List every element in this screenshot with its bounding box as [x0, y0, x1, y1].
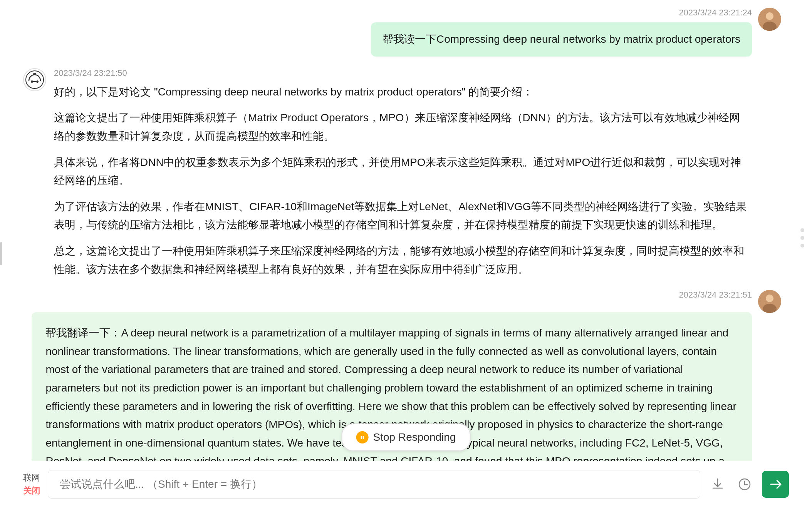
ai-bubble-1: 好的，以下是对论文 "Compressing deep neural netwo… — [54, 83, 747, 278]
input-field-wrapper[interactable] — [48, 470, 700, 499]
timestamp-user1: 2023/3/24 23:21:24 — [679, 8, 752, 18]
ai-para-1-3: 为了评估该方法的效果，作者在MNIST、CIFAR-10和ImageNet等数据… — [54, 197, 747, 234]
user-avatar-2 — [758, 290, 781, 313]
svg-rect-16 — [363, 436, 364, 439]
ai-para-1-2: 具体来说，作者将DNN中的权重参数表示为多个矩阵乘积的形式，并使用MPO来表示这… — [54, 153, 747, 190]
stop-responding-button[interactable]: Stop Responding — [342, 423, 471, 451]
scroll-dot — [800, 236, 804, 240]
scroll-dot — [800, 228, 804, 232]
scroll-dot — [800, 244, 804, 248]
scroll-indicator — [800, 228, 804, 248]
user-bubble-1: 帮我读一下Compressing deep neural networks by… — [371, 22, 752, 57]
timestamp-user2: 2023/3/24 23:21:51 — [679, 290, 752, 300]
ai-para-1-0: 好的，以下是对论文 "Compressing deep neural netwo… — [54, 83, 747, 101]
input-area: 联网 关闭 — [0, 461, 812, 507]
stop-button-area: Stop Responding — [342, 423, 471, 451]
stop-icon — [356, 431, 369, 443]
svg-point-1 — [766, 12, 773, 20]
ai-para-1-4: 总之，这篇论文提出了一种使用矩阵乘积算子来压缩深度神经网络的方法，能够有效地减小… — [54, 242, 747, 278]
download-icon[interactable] — [708, 475, 727, 494]
internet-status: 关闭 — [23, 485, 40, 497]
ai-message-content-1: 2023/3/24 23:21:50 好的，以下是对论文 "Compressin… — [54, 68, 747, 278]
svg-point-8 — [766, 294, 773, 302]
internet-label: 联网 — [23, 472, 40, 484]
ai-avatar-1 — [23, 68, 46, 91]
ai-timestamp-1: 2023/3/24 23:21:50 — [54, 68, 747, 78]
svg-rect-15 — [361, 436, 362, 439]
left-edge-indicator — [0, 242, 2, 265]
ai-para-1-1: 这篇论文提出了一种使用矩阵乘积算子（Matrix Product Operato… — [54, 109, 747, 145]
send-button[interactable] — [762, 471, 789, 498]
input-actions — [708, 471, 789, 498]
chat-input[interactable] — [60, 478, 688, 490]
chat-container: 2023/3/24 23:21:24 帮我读一下Compressing deep… — [0, 0, 812, 507]
internet-toggle[interactable]: 联网 关闭 — [23, 472, 40, 497]
stop-button-label: Stop Responding — [373, 431, 456, 443]
user-meta-1: 2023/3/24 23:21:24 帮我读一下Compressing deep… — [371, 8, 752, 57]
clock-icon[interactable] — [735, 475, 754, 494]
user-avatar-1 — [758, 8, 781, 31]
ai-message-1: 2023/3/24 23:21:50 好的，以下是对论文 "Compressin… — [23, 68, 789, 278]
svg-rect-6 — [33, 73, 36, 75]
user-message-1: 2023/3/24 23:21:24 帮我读一下Compressing deep… — [23, 8, 789, 57]
svg-point-14 — [359, 434, 366, 441]
